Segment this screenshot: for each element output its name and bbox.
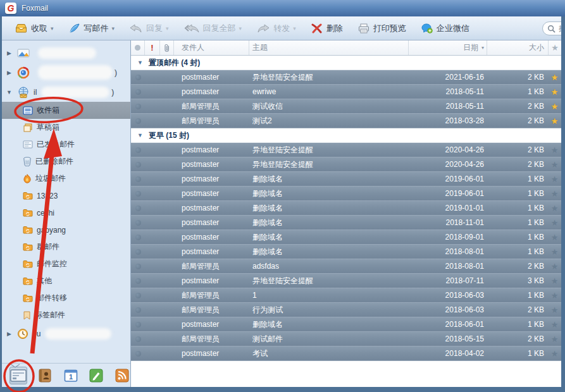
read-status-icon (135, 220, 141, 226)
toolbar-compose-button[interactable]: 写邮件▾ (62, 19, 122, 38)
star-icon[interactable]: ★ (548, 303, 561, 317)
sidebar-item-gaoyang[interactable]: gaoyang (2, 221, 130, 238)
mail-row[interactable]: postmaster考试2018-04-021 KB★ (131, 346, 561, 361)
sidebar-item-已删除邮件[interactable]: 已删除邮件 (2, 153, 130, 170)
star-icon[interactable]: ★ (548, 99, 561, 113)
column-read-status[interactable] (131, 40, 145, 55)
toolbar-wecom-button[interactable]: 企业微信 (414, 19, 476, 38)
mail-row[interactable]: postmaster异地登陆安全提醒2020-04-262 KB★ (131, 143, 561, 157)
column-subject[interactable]: 主题 (249, 40, 408, 55)
chevron-collapsed-icon[interactable]: ▶ (5, 70, 13, 76)
toolbar-mail-tray-button[interactable]: 收取▾ (8, 19, 61, 38)
sidebar-account[interactable]: ▶) (2, 63, 130, 82)
star-icon[interactable]: ★ (548, 274, 561, 288)
star-icon[interactable]: ★ (548, 230, 561, 244)
star-icon[interactable]: ★ (548, 332, 561, 346)
star-icon[interactable]: ★ (548, 201, 561, 215)
mail-row[interactable]: postmaster删除域名2018-08-011 KB★ (131, 245, 561, 259)
group-collapse-icon[interactable]: ▼ (137, 59, 143, 66)
chevron-collapsed-icon[interactable]: ▶ (5, 50, 13, 56)
dropdown-arrow-icon[interactable]: ▾ (51, 25, 54, 32)
sidebar-item-草稿箱[interactable]: 草稿箱 (2, 119, 130, 136)
cell-clip (160, 230, 174, 244)
star-icon[interactable]: ★ (548, 157, 561, 171)
column-star[interactable]: ★ (548, 40, 561, 55)
group-header[interactable]: ▼更早 (15 封) (131, 128, 561, 143)
chevron-expanded-icon[interactable]: ▼ (5, 89, 13, 95)
star-icon[interactable]: ★ (548, 143, 561, 157)
group-collapse-icon[interactable]: ▼ (137, 132, 143, 138)
read-status-icon (135, 249, 141, 255)
star-icon[interactable]: ★ (548, 187, 561, 200)
mail-row[interactable]: 邮局管理员测试22018-03-282 KB★ (131, 114, 561, 128)
star-icon[interactable]: ★ (548, 288, 561, 302)
star-icon[interactable]: ★ (548, 172, 561, 186)
mail-row[interactable]: postmaster删除域名2018-11-011 KB★ (131, 216, 561, 230)
star-icon[interactable]: ★ (548, 259, 561, 273)
column-importance[interactable]: ! (145, 40, 160, 55)
mail-row[interactable]: postmaster删除域名2018-06-011 KB★ (131, 317, 561, 332)
mail-row[interactable]: 邮局管理员测试邮件2018-05-152 KB★ (131, 332, 561, 346)
contacts-tab-button[interactable] (37, 367, 53, 384)
sidebar-item-标签邮件[interactable]: 标签邮件 (2, 307, 130, 324)
mail-row[interactable]: 邮局管理员12018-06-031 KB★ (131, 288, 561, 303)
notes-tab-button[interactable] (89, 367, 105, 384)
column-date[interactable]: 日期▾ (408, 40, 487, 55)
star-icon[interactable]: ★ (548, 317, 561, 331)
star-icon[interactable]: ★ (548, 216, 561, 230)
sidebar-account[interactable]: ▶ (2, 43, 130, 63)
read-status-icon (135, 118, 141, 124)
sidebar-item-13123[interactable]: 13123 (2, 187, 130, 204)
mail-row[interactable]: postmaster异地登陆安全提醒2020-04-262 KB★ (131, 157, 561, 172)
read-status-icon (135, 191, 141, 197)
toolbar-delete-button[interactable]: 删除 (304, 19, 350, 38)
mail-row[interactable]: 邮局管理员测试收信2018-05-112 KB★ (131, 99, 561, 114)
sidebar-item-其他[interactable]: 其他 (2, 273, 130, 290)
toolbar-reply-button: 回复▾ (123, 19, 176, 38)
cell-date: 2019-06-01 (408, 187, 487, 200)
cell-date: 2018-11-01 (408, 216, 487, 230)
sidebar-item-已发送邮件[interactable]: 已发送邮件 (2, 136, 130, 153)
collapse-chevron-icon[interactable] (10, 359, 20, 371)
sidebar-item-ceshi[interactable]: ceshi (2, 204, 130, 221)
cell-sender: postmaster (174, 85, 249, 99)
calendar-tab-button[interactable]: 1 (63, 367, 79, 384)
sidebar-item-群邮件[interactable]: 群邮件 (2, 238, 130, 255)
star-icon[interactable]: ★ (548, 346, 561, 360)
mail-row[interactable]: 邮局管理员行为测试2018-06-032 KB★ (131, 303, 561, 317)
dropdown-arrow-icon[interactable]: ▾ (112, 25, 115, 32)
sidebar-item-邮件转移[interactable]: 邮件转移 (2, 290, 130, 307)
cell-size: 1 KB (487, 317, 548, 331)
sidebar-account[interactable]: ▼il) (2, 82, 130, 102)
group-header[interactable]: ▼置顶邮件 (4 封) (131, 56, 561, 70)
search-box[interactable]: 搜 (542, 21, 561, 35)
column-sender[interactable]: 发件人 (174, 40, 249, 55)
mail-row[interactable]: postmaster删除域名2018-09-011 KB★ (131, 230, 561, 245)
mail-row[interactable]: 邮局管理员adsfdas2018-08-012 KB★ (131, 259, 561, 274)
star-icon[interactable]: ★ (548, 245, 561, 259)
sidebar-item-邮件监控[interactable]: 邮件监控 (2, 255, 130, 273)
star-icon[interactable]: ★ (548, 85, 561, 99)
column-attachment[interactable] (160, 40, 174, 55)
mail-row[interactable]: postmasterewriwe2018-05-111 KB★ (131, 85, 561, 99)
toolbar-print-preview-button[interactable]: 打印预览 (351, 19, 413, 38)
cell-subject: 删除域名 (249, 187, 408, 200)
sidebar-account[interactable]: ▶ou (2, 324, 130, 343)
cell-imp (145, 230, 160, 244)
column-size[interactable]: 大小 (487, 40, 548, 55)
cell-read-status (131, 114, 145, 128)
star-icon[interactable]: ★ (548, 114, 561, 128)
star-icon[interactable]: ★ (548, 70, 561, 84)
mail-row[interactable]: postmaster删除域名2019-06-011 KB★ (131, 172, 561, 187)
mail-row[interactable]: postmaster删除域名2019-06-011 KB★ (131, 187, 561, 201)
mail-row[interactable]: postmaster删除域名2019-01-011 KB★ (131, 201, 561, 216)
chevron-collapsed-icon[interactable]: ▶ (5, 331, 13, 337)
rss-tab-button[interactable] (114, 367, 130, 384)
cell-date: 2020-04-26 (408, 143, 487, 157)
mail-row[interactable]: postmaster异地登陆安全提醒2021-06-162 KB★ (131, 70, 561, 85)
mail-row[interactable]: postmaster异地登陆安全提醒2018-07-113 KB★ (131, 274, 561, 288)
sidebar-item-label: 13123 (37, 192, 58, 200)
sidebar-item-收件箱[interactable]: 收件箱 (2, 102, 130, 119)
sidebar-item-垃圾邮件[interactable]: 垃圾邮件 (2, 170, 130, 187)
cell-size: 1 KB (487, 216, 548, 230)
